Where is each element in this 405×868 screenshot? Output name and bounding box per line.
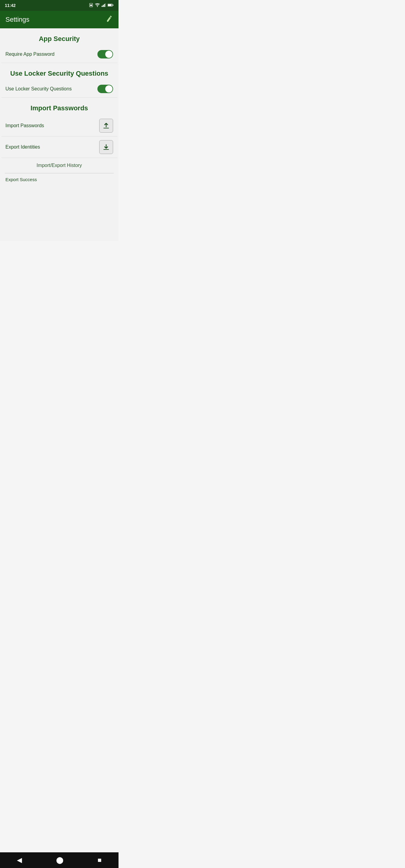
svg-rect-8 <box>108 4 112 6</box>
locker-toggle-track <box>97 85 113 93</box>
import-passwords-button[interactable] <box>99 119 113 133</box>
app-security-header: App Security <box>0 28 118 46</box>
svg-rect-7 <box>113 4 114 6</box>
locker-security-header: Use Locker Security Questions <box>0 63 118 81</box>
export-identities-label: Export Identities <box>5 144 40 150</box>
app-bar: Settings <box>0 11 118 28</box>
svg-rect-2 <box>102 6 103 7</box>
svg-rect-4 <box>104 4 105 7</box>
svg-rect-5 <box>105 3 106 7</box>
status-icons <box>89 3 114 8</box>
signal-icon <box>102 3 106 8</box>
export-success-text: Export Success <box>0 173 118 186</box>
svg-rect-1 <box>90 4 92 6</box>
locker-security-row: Use Locker Security Questions <box>0 81 118 97</box>
toggle-thumb <box>105 51 113 58</box>
export-identities-button[interactable] <box>99 140 113 154</box>
toggle-track <box>97 50 113 59</box>
status-bar: 11:42 <box>0 0 118 11</box>
locker-toggle-thumb <box>105 85 113 93</box>
battery-icon <box>108 3 114 8</box>
edit-icon[interactable] <box>105 14 114 25</box>
require-password-label: Require App Password <box>5 52 55 57</box>
import-passwords-row: Import Passwords <box>0 115 118 136</box>
wifi-icon <box>95 3 100 8</box>
status-time: 11:42 <box>5 3 16 8</box>
settings-content: App Security Require App Password Use Lo… <box>0 28 118 241</box>
require-password-toggle[interactable] <box>97 50 113 59</box>
export-identities-row: Export Identities <box>0 136 118 158</box>
require-password-row: Require App Password <box>0 46 118 63</box>
locker-security-label: Use Locker Security Questions <box>5 86 72 92</box>
sim-icon <box>89 3 93 8</box>
svg-rect-3 <box>103 5 104 7</box>
locker-security-toggle[interactable] <box>97 85 113 93</box>
import-passwords-header: Import Passwords <box>0 98 118 115</box>
app-bar-title: Settings <box>5 16 30 24</box>
history-label[interactable]: Import/Export History <box>0 158 118 173</box>
import-passwords-label: Import Passwords <box>5 123 44 128</box>
